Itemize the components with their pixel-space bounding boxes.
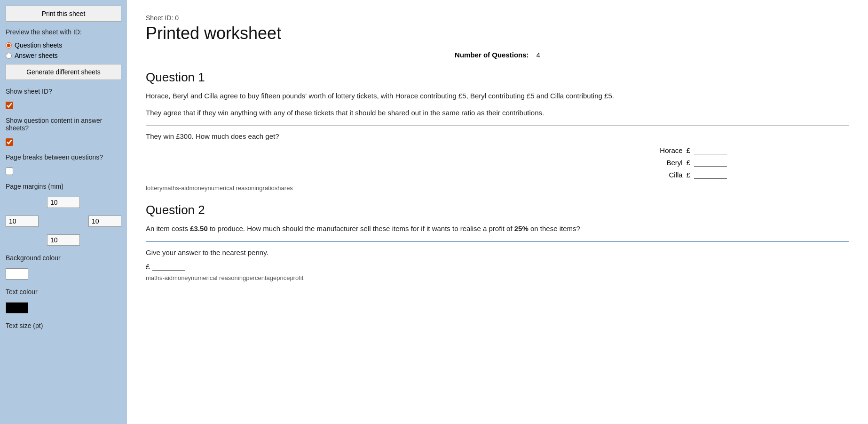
- page-breaks-wrap: [6, 168, 121, 175]
- margin-mid-wrap: [6, 216, 121, 227]
- question-2-body1: An item costs £3.50 to produce. How much…: [146, 223, 849, 234]
- bg-colour-swatch[interactable]: [6, 268, 28, 280]
- show-sheet-id-checkbox[interactable]: [6, 102, 13, 109]
- sidebar: Print this sheet Preview the sheet with …: [0, 0, 127, 424]
- question-1-sub: They win £300. How much does each get?: [146, 132, 849, 140]
- cilla-label: Cilla: [669, 171, 682, 179]
- radio-group: Question sheets Answer sheets: [6, 41, 121, 59]
- print-button[interactable]: Print this sheet: [6, 6, 121, 22]
- margin-right-input[interactable]: [88, 216, 121, 227]
- radio-question-label[interactable]: Question sheets: [6, 41, 121, 49]
- show-question-content-checkbox[interactable]: [6, 138, 13, 146]
- question-2-answer-row: £: [146, 262, 849, 271]
- horace-answer-input[interactable]: [694, 146, 727, 154]
- beryl-label: Beryl: [666, 159, 682, 167]
- answer-row-beryl: Beryl £: [666, 158, 727, 167]
- question-2-block: Question 2 An item costs £3.50 to produc…: [146, 203, 849, 281]
- horace-label: Horace: [660, 146, 682, 154]
- cilla-prefix: £: [687, 171, 690, 179]
- question-1-body2: They agree that if they win anything wit…: [146, 107, 849, 119]
- question-1-tags: lotterymaths-aidmoneynumerical reasoning…: [146, 184, 849, 192]
- text-colour-label: Text colour: [6, 288, 121, 296]
- text-size-label: Text size (pt): [6, 322, 121, 329]
- show-sheet-id-wrap: [6, 102, 121, 109]
- show-question-content-wrap: [6, 138, 121, 146]
- divider-2-blue: [146, 241, 849, 242]
- num-questions-row: Number of Questions: 4: [146, 51, 849, 59]
- beryl-prefix: £: [687, 159, 690, 167]
- cilla-answer-input[interactable]: [694, 170, 727, 179]
- preview-label: Preview the sheet with ID:: [6, 28, 121, 36]
- radio-question-text: Question sheets: [15, 41, 62, 49]
- worksheet-title: Printed worksheet: [146, 24, 849, 43]
- question-2-tags: maths-aidmoneynumerical reasoningpercent…: [146, 274, 849, 281]
- margin-top-wrap: [6, 197, 121, 208]
- margin-bot-wrap: [6, 234, 121, 246]
- answer-row-cilla: Cilla £: [669, 170, 727, 179]
- radio-answer-input[interactable]: [6, 53, 12, 59]
- answer-row-horace: Horace £: [660, 146, 727, 154]
- page-breaks-checkbox[interactable]: [6, 168, 13, 175]
- question-1-body1: Horace, Beryl and Cilla agree to buy fif…: [146, 90, 849, 102]
- beryl-answer-input[interactable]: [694, 158, 727, 167]
- horace-prefix: £: [687, 146, 690, 154]
- margins-label: Page margins (mm): [6, 183, 121, 190]
- generate-button[interactable]: Generate different sheets: [6, 64, 121, 80]
- text-colour-swatch[interactable]: [6, 302, 28, 313]
- margin-top-input[interactable]: [47, 197, 80, 208]
- num-questions-label: Number of Questions:: [455, 51, 529, 59]
- radio-answer-label[interactable]: Answer sheets: [6, 52, 121, 59]
- show-question-content-label: Show question content in answer sheets?: [6, 117, 121, 132]
- page-breaks-label: Page breaks between questions?: [6, 153, 121, 161]
- question-1-title: Question 1: [146, 70, 849, 85]
- worksheet-area: Sheet ID: 0 Printed worksheet Number of …: [127, 0, 868, 424]
- q2-bold-price: £3.50: [190, 224, 208, 232]
- question-2-title: Question 2: [146, 203, 849, 217]
- bg-colour-label: Background colour: [6, 254, 121, 262]
- q2-bold-percent: 25%: [514, 224, 529, 232]
- radio-question-input[interactable]: [6, 42, 12, 48]
- num-questions-value: 4: [537, 51, 540, 59]
- q2-answer-prefix: £: [146, 263, 150, 271]
- margin-left-input[interactable]: [6, 216, 39, 227]
- answer-grid-1: Horace £ Beryl £ Cilla £: [146, 146, 849, 179]
- margin-bottom-input[interactable]: [47, 234, 80, 246]
- radio-answer-text: Answer sheets: [15, 52, 58, 59]
- show-sheet-id-label: Show sheet ID?: [6, 88, 121, 95]
- question-1-block: Question 1 Horace, Beryl and Cilla agree…: [146, 70, 849, 192]
- main-content: Sheet ID: 0 Printed worksheet Number of …: [127, 0, 868, 424]
- divider-1: [146, 125, 849, 126]
- question-2-sub: Give your answer to the nearest penny.: [146, 248, 849, 256]
- q2-answer-input[interactable]: [152, 262, 185, 271]
- sheet-id: Sheet ID: 0: [146, 14, 849, 22]
